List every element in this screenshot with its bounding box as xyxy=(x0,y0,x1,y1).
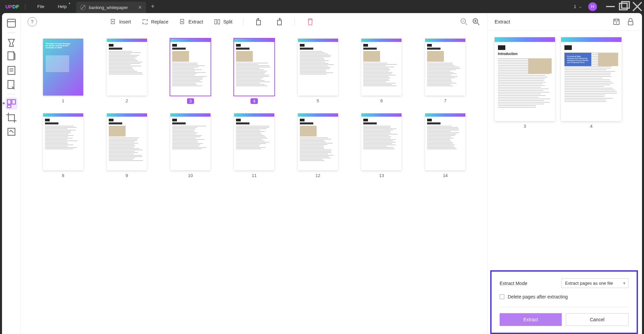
replace-label: Replace xyxy=(151,19,168,24)
highlight-tool-button[interactable] xyxy=(5,36,17,48)
page-thumbnail[interactable]: 9 xyxy=(98,113,156,178)
split-button[interactable]: Split xyxy=(214,18,232,25)
extract-button[interactable]: Extract xyxy=(179,18,203,25)
page-thumbnail[interactable]: 10 xyxy=(162,113,219,178)
page-thumbnail-image[interactable] xyxy=(298,113,338,170)
page-thumbnail-image[interactable] xyxy=(43,113,83,170)
extract-preview-thumb[interactable]: Introduction3 xyxy=(495,37,555,129)
insert-label: Insert xyxy=(119,19,131,24)
page-thumbnail-image[interactable]: The Most Crucial Strategyfor Banks and F… xyxy=(43,39,83,96)
insert-icon xyxy=(110,18,117,25)
document-tab[interactable]: banking_whitepaper ✕ xyxy=(76,2,146,13)
close-window-button[interactable] xyxy=(631,0,644,13)
chevron-down-icon[interactable]: ⌄ xyxy=(579,5,582,8)
crop-tool-button[interactable] xyxy=(5,112,17,124)
app-logo: UPDF xyxy=(0,4,25,9)
content-area: ? Insert Replace Extract Split xyxy=(21,13,488,334)
rotate-right-button[interactable] xyxy=(274,17,284,26)
page-thumbnail[interactable]: 11 xyxy=(225,113,283,178)
menu-help[interactable]: Help xyxy=(51,0,74,13)
minimize-button[interactable] xyxy=(604,0,617,13)
insert-button[interactable]: Insert xyxy=(110,18,131,25)
page-thumbnail[interactable]: 6 xyxy=(353,39,411,104)
save-panel-button[interactable] xyxy=(612,17,621,26)
page-thumbnail[interactable]: 14 xyxy=(416,113,474,178)
watermark-tool-button[interactable] xyxy=(5,126,17,138)
tab-document-icon xyxy=(80,5,86,10)
page-number: 8 xyxy=(62,173,64,178)
separator xyxy=(500,307,629,307)
page-number: 3 xyxy=(187,98,194,104)
help-button[interactable]: ? xyxy=(28,17,37,26)
page-thumbnail-image[interactable] xyxy=(170,113,211,170)
page-thumbnail[interactable]: 2 xyxy=(98,39,156,104)
preview-thumb-image: Introduction xyxy=(495,37,555,121)
page-thumbnail[interactable]: 4 xyxy=(225,39,283,104)
edit-tool-button[interactable] xyxy=(5,50,17,62)
page-thumbnail-image[interactable] xyxy=(298,39,338,96)
zoom-in-button[interactable] xyxy=(471,17,481,26)
page-number: 10 xyxy=(188,173,193,178)
svg-rect-32 xyxy=(615,19,618,21)
svg-rect-5 xyxy=(7,19,15,27)
replace-icon xyxy=(142,18,148,25)
page-thumbnail-image[interactable] xyxy=(234,39,274,96)
main-container: ? Insert Replace Extract Split xyxy=(2,13,642,334)
extract-mode-select[interactable]: Extract pages as one file xyxy=(561,278,629,288)
svg-rect-13 xyxy=(12,100,15,104)
split-label: Split xyxy=(223,19,232,24)
page-thumbnail-image[interactable] xyxy=(361,113,402,170)
page-number: 14 xyxy=(443,173,448,178)
ocr-tool-button[interactable] xyxy=(5,78,17,91)
delete-after-checkbox[interactable] xyxy=(500,294,504,299)
left-sidebar xyxy=(2,13,21,334)
reader-mode-button[interactable] xyxy=(5,17,17,29)
page-thumbnail-image[interactable] xyxy=(170,39,211,96)
zoom-out-button[interactable] xyxy=(459,17,469,26)
separator xyxy=(294,18,295,25)
page-number: 7 xyxy=(444,98,447,103)
preview-page-number: 3 xyxy=(523,124,526,129)
organize-pages-button[interactable] xyxy=(5,98,17,110)
maximize-button[interactable] xyxy=(617,0,631,13)
form-tool-button[interactable] xyxy=(5,64,17,76)
page-count-indicator[interactable]: 1 xyxy=(574,4,576,9)
page-thumbnail[interactable]: 13 xyxy=(353,113,411,178)
panel-header: Extract xyxy=(488,13,642,31)
update-dot-icon xyxy=(69,3,70,4)
svg-rect-14 xyxy=(7,105,11,108)
page-thumbnail[interactable]: 5 xyxy=(289,39,347,104)
close-tab-icon[interactable]: ✕ xyxy=(138,5,142,10)
page-thumbnail-image[interactable] xyxy=(107,113,147,170)
page-thumbnail[interactable]: 7 xyxy=(416,39,474,104)
user-avatar[interactable]: H xyxy=(588,2,597,11)
page-thumbnail[interactable]: 8 xyxy=(34,113,92,178)
svg-rect-34 xyxy=(628,21,633,25)
page-number: 4 xyxy=(250,98,258,104)
svg-rect-7 xyxy=(8,52,14,60)
page-thumbnail-image[interactable] xyxy=(107,39,147,96)
svg-rect-22 xyxy=(257,20,261,25)
lock-panel-button[interactable] xyxy=(626,17,635,26)
menu-file[interactable]: File xyxy=(31,0,51,13)
extract-mode-label: Extract Mode xyxy=(500,281,527,286)
svg-line-25 xyxy=(465,23,467,25)
page-thumbnail[interactable]: 12 xyxy=(289,113,347,178)
page-thumbnail[interactable]: 3 xyxy=(162,39,219,104)
delete-button[interactable] xyxy=(306,17,315,26)
page-thumbnail-image[interactable] xyxy=(425,39,465,96)
cancel-button[interactable]: Cancel xyxy=(566,313,629,326)
extract-preview-thumb[interactable]: Promoting Best Practice and Reducing Wor… xyxy=(561,37,622,129)
add-tab-button[interactable]: + xyxy=(146,3,159,10)
replace-button[interactable]: Replace xyxy=(142,18,168,25)
rotate-left-button[interactable] xyxy=(254,17,264,26)
extract-confirm-button[interactable]: Extract xyxy=(500,313,562,326)
page-thumbnail-image[interactable] xyxy=(234,113,274,170)
page-thumbnail[interactable]: The Most Crucial Strategyfor Banks and F… xyxy=(34,39,92,104)
page-thumbnail-image[interactable] xyxy=(425,113,465,170)
separator xyxy=(243,18,243,25)
page-thumbnail-image[interactable] xyxy=(361,39,402,96)
svg-rect-1 xyxy=(619,3,627,10)
svg-rect-20 xyxy=(215,19,217,24)
separator: | xyxy=(25,4,26,10)
